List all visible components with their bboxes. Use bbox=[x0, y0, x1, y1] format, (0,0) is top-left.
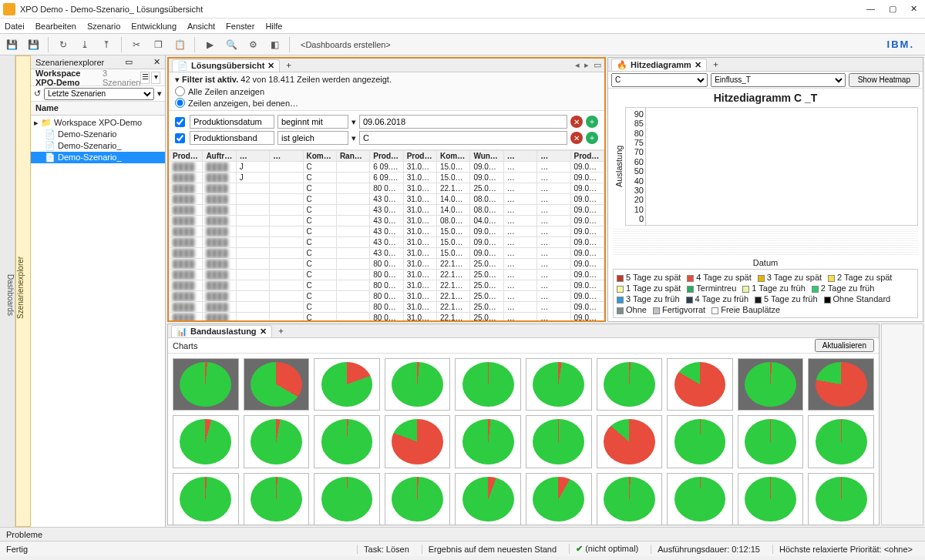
pane-max-icon[interactable]: ▭ bbox=[594, 60, 601, 70]
settings-icon[interactable]: ⚙ bbox=[244, 36, 261, 53]
table-row[interactable]: ████████C43 06.06.201831.08.201815.06.20… bbox=[170, 226, 604, 237]
table-row[interactable]: ████████C43 06.06.201831.08.201815.06.20… bbox=[170, 237, 604, 248]
tab-heatmap-close-icon[interactable]: ✕ bbox=[695, 60, 701, 70]
pie-cell[interactable] bbox=[314, 358, 380, 411]
col-header[interactable]: … bbox=[236, 151, 269, 162]
add-tab-button[interactable]: ＋ bbox=[281, 59, 296, 71]
minimize-button[interactable]: — bbox=[866, 4, 875, 14]
filter-enable-checkbox[interactable] bbox=[175, 133, 185, 143]
pie-cell[interactable] bbox=[173, 358, 239, 411]
maximize-button[interactable]: ▢ bbox=[889, 4, 896, 14]
menu-ansicht[interactable]: Ansicht bbox=[187, 22, 215, 31]
clear-filter-icon[interactable]: ▾ bbox=[157, 89, 162, 99]
pie-cell[interactable] bbox=[808, 473, 874, 525]
filter-add-icon[interactable]: ＋ bbox=[586, 116, 598, 128]
pie-cell[interactable] bbox=[808, 415, 874, 468]
col-header[interactable]: Kommunizierт… bbox=[437, 151, 470, 162]
menu-datei[interactable]: Datei bbox=[5, 22, 25, 31]
problems-bar[interactable]: Probleme bbox=[0, 527, 925, 541]
show-heatmap-button[interactable]: Show Heatmap bbox=[849, 73, 920, 87]
pie-cell[interactable] bbox=[455, 358, 521, 411]
nav-next-icon[interactable]: ▸ bbox=[584, 60, 589, 70]
pie-cell[interactable] bbox=[597, 473, 663, 525]
table-row[interactable]: ████████C43 06.06.201831.08.201815.06.20… bbox=[170, 248, 604, 259]
refresh-icon[interactable]: ↻ bbox=[55, 36, 72, 53]
pie-cell[interactable] bbox=[667, 473, 733, 525]
filter-enable-checkbox[interactable] bbox=[175, 117, 185, 127]
explorer-tab[interactable]: Szenarienexplorer ▭ ✕ bbox=[31, 55, 165, 69]
table-row[interactable]: ████████C43 09.06.201831.08.201808.06.20… bbox=[170, 216, 604, 226]
col-header[interactable]: Produkt-ID bbox=[170, 151, 203, 162]
explorer-close-icon[interactable]: ✕ bbox=[153, 57, 160, 67]
import-icon[interactable]: ⤓ bbox=[76, 36, 93, 53]
filter-delete-icon[interactable]: ✕ bbox=[570, 116, 583, 128]
tree-item[interactable]: 📄 Demo-Szenario bbox=[31, 129, 165, 140]
explorer-menu-icon[interactable]: ▾ bbox=[151, 72, 160, 84]
pie-cell[interactable] bbox=[526, 358, 592, 411]
pie-cell[interactable] bbox=[738, 415, 804, 468]
menu-bearbeiten[interactable]: Bearbeiten bbox=[35, 22, 76, 31]
table-row[interactable]: ████████C80 08.06.201831.08.201822.12.22… bbox=[170, 280, 604, 291]
add-band-tab[interactable]: ＋ bbox=[274, 325, 288, 337]
col-header[interactable]: … bbox=[537, 151, 570, 162]
tab-solution[interactable]: 📄 Lösungsübersicht ✕ bbox=[172, 59, 280, 72]
tree-item[interactable]: 📄 Demo-Szenario_ bbox=[31, 152, 165, 163]
tab-solution-close-icon[interactable]: ✕ bbox=[267, 61, 274, 71]
band-refresh-button[interactable]: Aktualisieren bbox=[815, 339, 874, 352]
dashboards-create-link[interactable]: <Dashboards erstellen> bbox=[296, 40, 395, 49]
pie-cell[interactable] bbox=[173, 415, 239, 468]
col-header[interactable]: … bbox=[270, 151, 303, 162]
solution-grid[interactable]: Produkt-IDAuftrags-ID……Kompone…Rang…Prod… bbox=[169, 150, 604, 320]
pie-cell[interactable] bbox=[597, 415, 663, 468]
radio-where-rows[interactable]: Zeilen anzeigen, bei denen… bbox=[175, 98, 598, 108]
tree-root[interactable]: ▸ 📁 Workspace XPO-Demo bbox=[31, 117, 165, 129]
col-header[interactable]: Produkti… bbox=[403, 151, 436, 162]
col-header[interactable]: Wunschdatum bbox=[470, 151, 503, 162]
search-icon[interactable]: 🔍 bbox=[223, 36, 240, 53]
col-header[interactable]: Kompone… bbox=[303, 151, 336, 162]
col-header[interactable]: … bbox=[503, 151, 536, 162]
pie-cell[interactable] bbox=[667, 415, 733, 468]
pie-cell[interactable] bbox=[597, 358, 663, 411]
table-row[interactable]: ████████JC6 09.06.201831.08.201815.06.20… bbox=[170, 173, 604, 183]
pie-cell[interactable] bbox=[385, 415, 451, 468]
pie-cell[interactable] bbox=[455, 473, 521, 525]
filter-value-input[interactable] bbox=[359, 131, 567, 145]
pie-cell[interactable] bbox=[244, 358, 310, 411]
copy-icon[interactable]: ❐ bbox=[150, 36, 166, 53]
table-row[interactable]: ████████C80 08.06.201831.08.201822.12.22… bbox=[170, 183, 604, 194]
menu-entwicklung[interactable]: Entwicklung bbox=[131, 22, 177, 31]
filter-field-input[interactable] bbox=[190, 131, 274, 145]
dashboards-rail[interactable]: Dashboards bbox=[0, 55, 15, 527]
pie-cell[interactable] bbox=[455, 415, 521, 468]
pie-cell[interactable] bbox=[526, 415, 592, 468]
table-row[interactable]: ████████C80 08.06.201831.08.201822.12.22… bbox=[170, 291, 604, 302]
run-icon[interactable]: ▶ bbox=[201, 36, 218, 53]
pie-cell[interactable] bbox=[738, 473, 804, 525]
tree-item[interactable]: 📄 Demo-Szenario_ bbox=[31, 140, 165, 152]
pie-cell[interactable] bbox=[244, 473, 310, 525]
cut-icon[interactable]: ✂ bbox=[128, 36, 145, 53]
pie-cell[interactable] bbox=[738, 358, 804, 411]
export-icon[interactable]: ⤒ bbox=[98, 36, 115, 53]
filter-delete-icon[interactable]: ✕ bbox=[570, 132, 583, 144]
pie-cell[interactable] bbox=[385, 473, 451, 525]
list-view-icon[interactable]: ☰ bbox=[140, 72, 150, 84]
explorer-rail[interactable]: Szenarienexplorer bbox=[15, 55, 31, 527]
pie-cell[interactable] bbox=[173, 473, 239, 525]
tab-heatmap[interactable]: 🔥 Hitzediagramm ✕ bbox=[611, 59, 707, 71]
pie-cell[interactable] bbox=[314, 415, 380, 468]
pie-cell[interactable] bbox=[385, 358, 451, 411]
col-header[interactable]: Rang… bbox=[336, 151, 369, 162]
table-row[interactable]: ████████C80 08.06.201831.08.201822.12.22… bbox=[170, 313, 604, 321]
filter-add-icon[interactable]: ＋ bbox=[586, 132, 598, 144]
scenario-filter-select[interactable]: Letzte Szenarien bbox=[44, 88, 154, 100]
pie-cell[interactable] bbox=[526, 473, 592, 525]
pie-cell[interactable] bbox=[808, 358, 874, 411]
chart-icon[interactable]: ◧ bbox=[266, 36, 283, 53]
add-heatmap-tab[interactable]: ＋ bbox=[708, 59, 723, 70]
pie-cell[interactable] bbox=[314, 473, 380, 525]
nav-prev-icon[interactable]: ◂ bbox=[575, 60, 580, 70]
menu-fenster[interactable]: Fenster bbox=[226, 22, 254, 31]
filter-field-input[interactable] bbox=[190, 115, 274, 129]
